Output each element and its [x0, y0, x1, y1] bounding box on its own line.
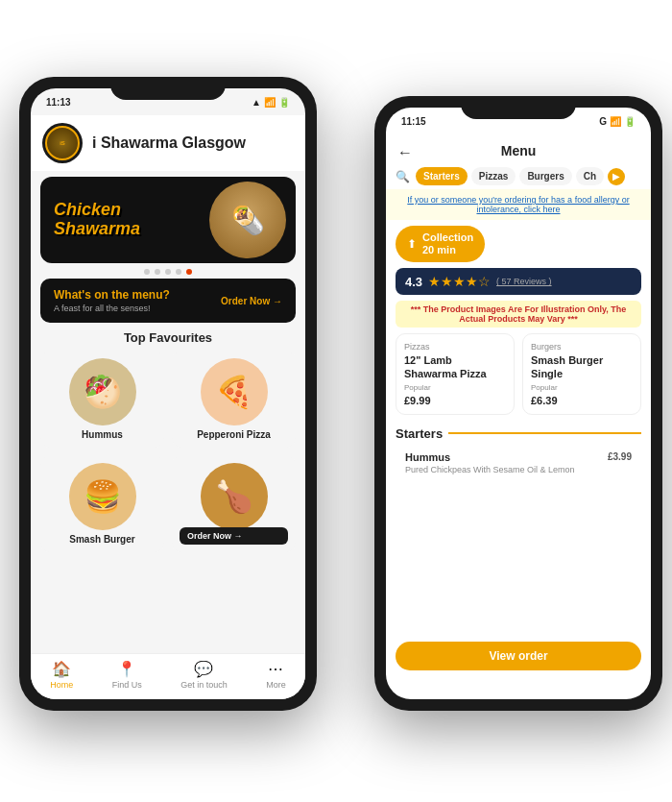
card-pizza-category: Pizzas — [404, 342, 506, 352]
hero-banner: Chicken Shawarma 🌯 — [40, 177, 296, 263]
category-tabs: Starters Pizzas Burgers Ch ▶ — [416, 167, 641, 185]
nav-more[interactable]: ⋯ More — [266, 660, 286, 690]
home-label: Home — [50, 680, 73, 690]
card-burger-price: £6.39 — [531, 395, 633, 406]
battery-icon-2: 🔋 — [624, 116, 636, 127]
card-pizza-badge: Popular — [404, 383, 506, 392]
hummus-label: Hummus — [82, 429, 123, 440]
section-divider — [448, 432, 641, 434]
tab-burgers[interactable]: Burgers — [519, 167, 571, 185]
status-time-2: 11:15 — [401, 116, 426, 127]
more-tabs-btn[interactable]: ▶ — [608, 168, 625, 185]
wifi-icon-2: 📶 — [610, 116, 621, 127]
favourites-title: Top Favourites — [31, 330, 305, 345]
favourite-item-hummus[interactable]: 🥙 Hummus — [40, 351, 164, 448]
chicken-image: 🍗 — [201, 463, 268, 530]
collection-text: Collection 20 min — [422, 231, 473, 256]
hummus-info: Hummus Pured Chickpeas With Sesame Oil &… — [405, 451, 575, 474]
order-overlay[interactable]: Order Now → — [180, 527, 288, 545]
hummus-item-desc: Pured Chickpeas With Sesame Oil & Lemon — [405, 465, 575, 474]
back-button[interactable]: ← — [397, 144, 413, 161]
menu-item-hummus[interactable]: Hummus Pured Chickpeas With Sesame Oil &… — [396, 445, 641, 481]
hummus-image: 🥙 — [69, 358, 136, 425]
reviews-link[interactable]: ( 57 Reviews ) — [496, 277, 552, 286]
burger-label: Smash Burger — [69, 534, 134, 545]
card-burger-title: Smash Burger Single — [531, 354, 633, 379]
hummus-row: Hummus Pured Chickpeas With Sesame Oil &… — [405, 451, 632, 474]
search-tabs-bar: 🔍 Starters Pizzas Burgers Ch ▶ — [386, 163, 651, 189]
starters-section-header: Starters — [386, 421, 651, 445]
phone-1-inner: 11:13 ▲ 📶 🔋 iS i Shawarma Glasgow — [31, 88, 305, 699]
nav-find-us[interactable]: 📍 Find Us — [112, 660, 142, 690]
burger-image: 🍔 — [69, 463, 136, 530]
logo-inner: iS — [45, 126, 80, 160]
order-now-btn-promo[interactable]: Order Now → — [221, 296, 282, 306]
hummus-item-name: Hummus — [405, 451, 575, 463]
allergy-notice[interactable]: If you or someone you're ordering for ha… — [386, 189, 651, 220]
card-pizza-price: £9.99 — [404, 395, 506, 406]
wifi-icon-1: 📶 — [264, 97, 276, 108]
featured-cards: Pizzas 12" Lamb Shawarma Pizza Popular £… — [386, 333, 651, 420]
menu-promo-title: What's on the menu? — [54, 288, 170, 302]
find-us-label: Find Us — [112, 680, 142, 690]
card-burger-category: Burgers — [531, 342, 633, 352]
ch-label: Ch — [584, 171, 596, 182]
phone-2: 11:15 G 📶 🔋 ← Menu 🔍 Starters — [374, 96, 662, 711]
collection-line2: 20 min — [422, 244, 456, 255]
p2-header: ← Menu — [386, 134, 651, 163]
rating-score: 4.3 — [405, 275, 422, 289]
phone-2-inner: 11:15 G 📶 🔋 ← Menu 🔍 Starters — [386, 108, 651, 699]
dot-1 — [144, 269, 150, 275]
favourite-item-burger[interactable]: 🍔 Smash Burger — [40, 455, 164, 552]
dot-5 — [186, 269, 192, 275]
rating-bar: 4.3 ★★★★☆ ( 57 Reviews ) — [396, 268, 641, 295]
phone-1: 11:13 ▲ 📶 🔋 iS i Shawarma Glasgow — [19, 77, 317, 711]
notch-2 — [461, 96, 576, 119]
view-order-btn[interactable]: View order — [396, 642, 641, 670]
pizza-label: Pepperoni Pizza — [197, 429, 271, 440]
card-burger-badge: Popular — [531, 383, 633, 392]
banner-food-image: 🌯 — [209, 182, 286, 258]
tab-pizzas[interactable]: Pizzas — [471, 167, 516, 185]
signal-icon-1: ▲ — [252, 97, 261, 108]
menu-promo-text: What's on the menu? A feast for all the … — [54, 288, 170, 313]
allergy-text: If you or someone you're ordering for ha… — [407, 195, 629, 214]
card-pizza-title: 12" Lamb Shawarma Pizza — [404, 354, 506, 379]
card-pizza[interactable]: Pizzas 12" Lamb Shawarma Pizza Popular £… — [396, 333, 515, 414]
starters-section-title: Starters — [396, 426, 443, 441]
contact-label: Get in touch — [180, 680, 228, 690]
nav-home[interactable]: 🏠 Home — [50, 660, 73, 690]
home-icon: 🏠 — [52, 660, 71, 678]
more-icon: ⋯ — [268, 660, 283, 678]
favourites-grid: 🥙 Hummus 🍕 Pepperoni Pizza 🍔 Smash Burge… — [40, 351, 296, 552]
nav-contact[interactable]: 💬 Get in touch — [180, 660, 228, 690]
signal-icon-2: G — [599, 116, 607, 127]
order-overlay-label: Order Now → — [187, 531, 243, 541]
tab-starters[interactable]: Starters — [416, 167, 468, 185]
dot-2 — [155, 269, 160, 275]
collection-icon: ⬆ — [407, 237, 417, 251]
favourite-item-pizza[interactable]: 🍕 Pepperoni Pizza — [172, 351, 296, 448]
favourite-item-chicken[interactable]: 🍗 Half Chicken Order Now → — [172, 455, 296, 552]
status-icons-1: ▲ 📶 🔋 — [252, 97, 290, 108]
restaurant-logo: iS — [42, 123, 83, 163]
banner-line1: Chicken — [54, 201, 140, 220]
banner-line2: Shawarma — [54, 220, 140, 239]
collection-line1: Collection — [422, 231, 473, 243]
menu-promo-banner[interactable]: What's on the menu? A feast for all the … — [40, 279, 296, 323]
search-icon[interactable]: 🔍 — [396, 170, 410, 183]
hummus-item-price: £3.99 — [608, 451, 632, 462]
starters-label: Starters — [423, 171, 460, 182]
dot-3 — [165, 269, 171, 275]
dot-4 — [176, 269, 181, 275]
bottom-nav: 🏠 Home 📍 Find Us 💬 Get in touch ⋯ More — [31, 653, 305, 699]
card-burger[interactable]: Burgers Smash Burger Single Popular £6.3… — [522, 333, 641, 414]
scene: 11:13 ▲ 📶 🔋 iS i Shawarma Glasgow — [0, 0, 672, 802]
tab-ch[interactable]: Ch — [576, 167, 604, 185]
logo-text: iS — [60, 140, 65, 146]
notch-1 — [110, 77, 226, 100]
battery-icon-1: 🔋 — [278, 97, 290, 108]
location-icon: 📍 — [117, 660, 136, 678]
banner-text: Chicken Shawarma — [54, 201, 140, 239]
collection-btn[interactable]: ⬆ Collection 20 min — [396, 226, 485, 262]
